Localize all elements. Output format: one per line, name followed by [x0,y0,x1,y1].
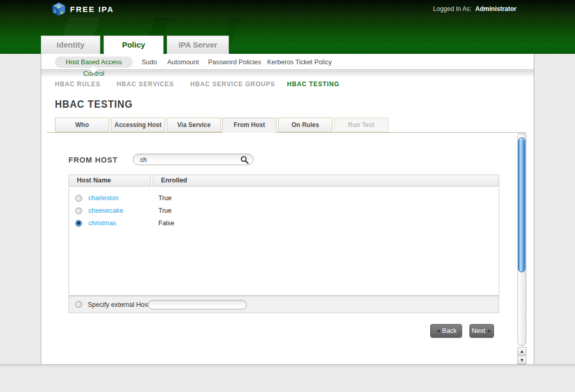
back-button[interactable]: ◄ Back [430,324,462,338]
page-bottom-shadow [0,365,575,368]
radio-host-christmas[interactable] [75,220,82,227]
table-row: christmas False [69,217,499,230]
top-banner: p i a FREE IPA Logged In As: Administrat… [0,0,575,17]
host-table: Host Name Enrolled charleston True chees… [68,175,499,313]
scrollbar-thumb[interactable] [518,137,525,272]
subnav-item-automount[interactable]: Automount [167,59,199,66]
scroll-up-icon: ▲ [520,349,524,354]
brand-title: FREE IPA [70,5,114,14]
facet-tab-hbac-services[interactable]: HBAC SERVICES [117,80,174,88]
host-search-box [133,154,254,165]
facet-tab-hbac-service-groups[interactable]: HBAC SERVICE GROUPS [190,80,275,88]
table-row: cheesecake True [69,205,499,217]
host-link-charleston[interactable]: charleston [88,194,119,202]
wizard-tab-accessing-host[interactable]: Accessing Host [111,118,165,132]
search-icon[interactable] [240,156,249,164]
main-panel: Host Based Access Control Sudo Automount… [41,54,534,364]
radio-host-cheesecake[interactable] [75,207,82,214]
tab-ipa-server[interactable]: IPA Server [167,36,229,54]
wizard-tab-via-service[interactable]: Via Service [167,118,221,132]
custom-scrollbar: ▲ ▼ [518,133,526,364]
sub-navigation: Host Based Access Control Sudo Automount… [41,54,534,70]
external-host-input[interactable] [154,301,242,309]
wizard-tab-run-test[interactable]: Run Test [334,118,388,132]
enrolled-value: True [158,207,171,214]
subnav-item-sudo[interactable]: Sudo [142,59,157,66]
wizard-tab-from-host[interactable]: From Host [222,118,277,133]
host-link-cheesecake[interactable]: cheesecake [88,207,123,214]
tab-identity[interactable]: Identity [41,36,100,54]
external-host-box [148,300,247,309]
page-title: HBAC TESTING [55,98,133,110]
tab-policy[interactable]: Policy [104,36,164,55]
host-search-input[interactable] [140,155,237,164]
radio-host-charleston[interactable] [75,195,82,202]
facet-tab-hbac-testing[interactable]: HBAC TESTING [287,80,339,88]
next-button-label: Next [472,327,485,335]
svg-text:a: a [61,10,63,15]
freeipa-logo-icon: p i a [52,2,66,16]
next-button[interactable]: Next ► [469,324,494,338]
external-host-row: Specify external Host [68,296,499,313]
wizard-tab-who[interactable]: Who [55,118,109,132]
subnav-item-password-policies[interactable]: Password Policies [208,59,261,66]
svg-text:p: p [58,4,60,9]
logged-in-status: Logged In As: Administrator [433,5,516,13]
section-title-from-host: FROM HOST [68,155,118,164]
svg-text:i: i [54,9,55,14]
column-header-enrolled: Enrolled [153,175,499,187]
back-arrow-icon: ◄ [435,328,440,333]
column-header-host-name: Host Name [68,175,151,187]
scroll-up-button[interactable]: ▲ [518,347,526,355]
logged-in-label: Logged In As: [433,5,472,13]
facet-tab-hbac-rules[interactable]: HBAC RULES [55,80,100,88]
scroll-down-button[interactable]: ▼ [518,356,526,364]
back-button-label: Back [442,327,457,335]
external-host-label: Specify external Host [88,301,150,308]
subnav-shadow [41,71,534,77]
host-table-body: charleston True cheesecake True christma… [68,187,499,296]
radio-external-host[interactable] [75,301,82,308]
host-link-christmas[interactable]: christmas [88,220,116,227]
host-table-header: Host Name Enrolled [68,175,499,187]
subnav-item-kerberos-ticket-policy[interactable]: Kerberos Ticket Policy [267,59,332,66]
wizard-tab-on-rules[interactable]: On Rules [278,118,332,132]
next-arrow-icon: ► [487,328,492,333]
logged-in-user-link[interactable]: Administrator [475,5,516,13]
enrolled-value: True [158,194,171,202]
enrolled-value: False [158,220,175,227]
scroll-down-icon: ▼ [520,358,524,363]
table-row: charleston True [69,192,499,205]
wizard-content: FROM HOST Host Name Enrolled charleston … [47,132,527,363]
